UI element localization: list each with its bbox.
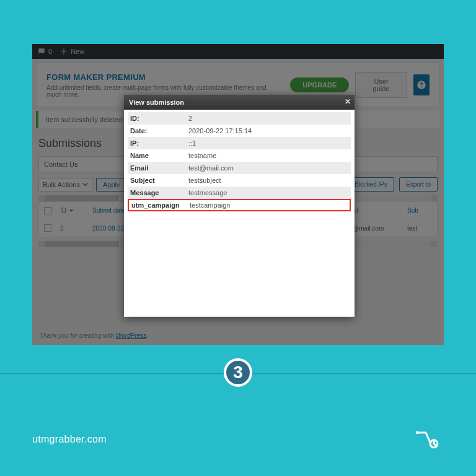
modal-header: View submission ✕ — [124, 95, 355, 110]
step-number: 3 — [233, 363, 243, 382]
modal-row-value: testsubject — [186, 175, 351, 185]
modal-row-key: Message — [128, 188, 186, 198]
modal-row: utm_campaigntestcampaign — [128, 199, 351, 211]
modal-close-button[interactable]: ✕ — [345, 97, 351, 106]
modal-row-value: testmessage — [186, 188, 351, 198]
modal-row-value: 2 — [186, 113, 351, 123]
modal-row: Messagetestmessage — [128, 187, 351, 199]
modal-body: ID:2Date:2020-09-22 17:15:14IP:::1Namete… — [124, 110, 355, 317]
modal-row-key: utm_campaign — [129, 200, 187, 210]
modal-row: Nametestname — [128, 149, 351, 162]
modal-title: View submission — [129, 99, 184, 106]
modal-row-key: Email — [128, 163, 186, 173]
modal-row-key: ID: — [128, 113, 186, 123]
modal-row-value: testcampaign — [187, 200, 350, 210]
modal-row: IP:::1 — [128, 137, 351, 149]
modal-row: ID:2 — [128, 112, 351, 125]
modal-row-key: IP: — [128, 138, 186, 148]
brand-logo — [415, 429, 442, 452]
app-frame: 0 New FORM MAKER PREMIUM Add unlimited f… — [32, 44, 444, 345]
site-url: utmgrabber.com — [32, 434, 107, 445]
modal-row-key: Date: — [128, 126, 186, 136]
step-badge: 3 — [224, 358, 252, 387]
modal-row-key: Subject — [128, 175, 186, 185]
view-submission-modal: View submission ✕ ID:2Date:2020-09-22 17… — [124, 95, 355, 317]
svg-point-1 — [416, 431, 419, 434]
modal-row-key: Name — [128, 151, 186, 161]
modal-row-value: testname — [186, 151, 351, 161]
modal-row-value: test@mail.com — [186, 163, 351, 173]
modal-row: Emailtest@mail.com — [128, 162, 351, 174]
modal-row: Date:2020-09-22 17:15:14 — [128, 125, 351, 137]
modal-row-value: ::1 — [186, 138, 351, 148]
modal-row-value: 2020-09-22 17:15:14 — [186, 126, 351, 136]
modal-row: Subjecttestsubject — [128, 174, 351, 187]
